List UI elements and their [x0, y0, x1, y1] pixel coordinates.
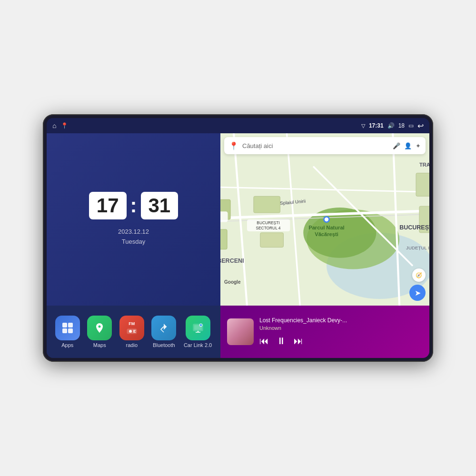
album-art	[227, 318, 254, 345]
map-search-placeholder: Căutați aici	[242, 142, 389, 149]
svg-text:BUCUREȘTI: BUCUREȘTI	[399, 224, 429, 231]
app-icons-row: Apps Maps FM	[47, 306, 220, 358]
status-left-icons: ⌂ 📍	[52, 122, 68, 129]
volume-icon: 🔊	[387, 122, 395, 129]
maps-logo-icon: 📍	[229, 141, 238, 150]
svg-rect-27	[254, 196, 280, 213]
svg-rect-2	[62, 328, 67, 333]
bluetooth-icon-img	[151, 316, 176, 340]
map-background: Parcul Natural Văcărești BERCENI BUCUREȘ…	[220, 133, 429, 306]
music-artist: Unknown	[259, 325, 423, 331]
google-logo: Google	[224, 279, 240, 285]
svg-text:Parcul Natural: Parcul Natural	[308, 225, 344, 230]
account-icon[interactable]: 👤	[404, 142, 412, 149]
next-button[interactable]: ⏭	[294, 336, 303, 347]
bluetooth-label: Bluetooth	[153, 342, 175, 348]
right-panel: Parcul Natural Văcărești BERCENI BUCUREȘ…	[220, 133, 429, 358]
svg-rect-1	[68, 323, 73, 327]
svg-point-46	[325, 218, 328, 221]
clock-minute: 31	[141, 192, 178, 219]
clock-date: 2023.12.12 Tuesday	[118, 227, 149, 247]
more-options-icon[interactable]: ✦	[416, 142, 421, 149]
svg-text:BERCENI: BERCENI	[220, 258, 244, 264]
clock-widget: 17 : 31 2023.12.12 Tuesday	[47, 133, 220, 306]
screen: ⌂ 📍 ▽ 17:31 🔊 18 ▭ ↩ 17 :	[47, 118, 429, 358]
music-widget: Lost Frequencies_Janieck Devy-... Unknow…	[220, 306, 429, 358]
svg-text:Văcărești: Văcărești	[315, 231, 338, 237]
compass-icon: 🧭	[416, 272, 422, 278]
status-time: 17:31	[369, 122, 384, 129]
maps-icon-img	[87, 316, 112, 340]
svg-text:TRAPEZULUI: TRAPEZULUI	[419, 162, 429, 168]
status-bar: ⌂ 📍 ▽ 17:31 🔊 18 ▭ ↩	[47, 118, 429, 133]
main-content: 17 : 31 2023.12.12 Tuesday	[47, 133, 429, 358]
carlink-icon-img: +	[186, 316, 210, 340]
compass-button[interactable]: 🧭	[412, 268, 426, 282]
svg-point-6	[129, 330, 132, 333]
music-info: Lost Frequencies_Janieck Devy-... Unknow…	[259, 317, 423, 347]
svg-rect-30	[220, 229, 227, 249]
svg-rect-28	[260, 233, 284, 248]
app-icon-carlink[interactable]: + Car Link 2.0	[184, 316, 212, 348]
svg-text:JUDEȚUL ILFOV: JUDEȚUL ILFOV	[406, 245, 429, 250]
map-widget[interactable]: Parcul Natural Văcărești BERCENI BUCUREȘ…	[220, 133, 429, 306]
play-pause-button[interactable]: ⏸	[277, 336, 286, 347]
radio-label: radio	[126, 342, 138, 348]
clock-colon: :	[130, 196, 137, 216]
apps-icon-img	[55, 316, 80, 340]
map-search-actions: 🎤 👤 ✦	[393, 142, 421, 149]
svg-rect-3	[68, 328, 73, 333]
status-right-info: ▽ 17:31 🔊 18 ▭ ↩	[361, 121, 424, 130]
app-icon-apps[interactable]: Apps	[55, 316, 80, 348]
car-display-unit: ⌂ 📍 ▽ 17:31 🔊 18 ▭ ↩ 17 :	[43, 114, 433, 362]
svg-rect-0	[62, 323, 67, 327]
battery-level: 18	[398, 122, 405, 129]
svg-point-4	[99, 326, 101, 328]
maps-shortcut-icon[interactable]: 📍	[61, 122, 68, 129]
clock-weekday: Tuesday	[118, 237, 149, 247]
svg-rect-31	[416, 173, 429, 197]
apps-label: Apps	[61, 342, 73, 348]
clock-hour: 17	[89, 192, 127, 219]
maps-label: Maps	[93, 342, 106, 348]
navigate-button[interactable]: ➤	[409, 285, 426, 301]
carlink-label: Car Link 2.0	[184, 342, 212, 348]
prev-button[interactable]: ⏮	[259, 336, 269, 347]
radio-icon-img: FM	[119, 316, 144, 340]
app-icon-radio[interactable]: FM radio	[119, 316, 144, 348]
battery-icon: ▭	[408, 122, 414, 129]
app-icon-bluetooth[interactable]: Bluetooth	[151, 316, 176, 348]
left-panel: 17 : 31 2023.12.12 Tuesday	[47, 133, 220, 358]
clock-display: 17 : 31	[89, 192, 178, 219]
music-controls: ⏮ ⏸ ⏭	[259, 336, 423, 347]
music-title: Lost Frequencies_Janieck Devy-...	[259, 317, 423, 324]
map-search-bar[interactable]: 📍 Căutați aici 🎤 👤 ✦	[224, 137, 426, 154]
album-art-bg	[227, 318, 254, 345]
svg-rect-40	[220, 211, 228, 222]
svg-text:SECTORUL 4: SECTORUL 4	[256, 226, 280, 230]
svg-text:BUCUREȘTI: BUCUREȘTI	[257, 220, 279, 225]
clock-date-value: 2023.12.12	[118, 227, 149, 237]
app-icon-maps[interactable]: Maps	[87, 316, 112, 348]
navigation-icon: ➤	[415, 288, 421, 298]
back-icon[interactable]: ↩	[417, 121, 424, 130]
voice-search-icon[interactable]: 🎤	[393, 142, 400, 149]
signal-icon: ▽	[361, 123, 365, 129]
home-icon[interactable]: ⌂	[52, 122, 56, 129]
